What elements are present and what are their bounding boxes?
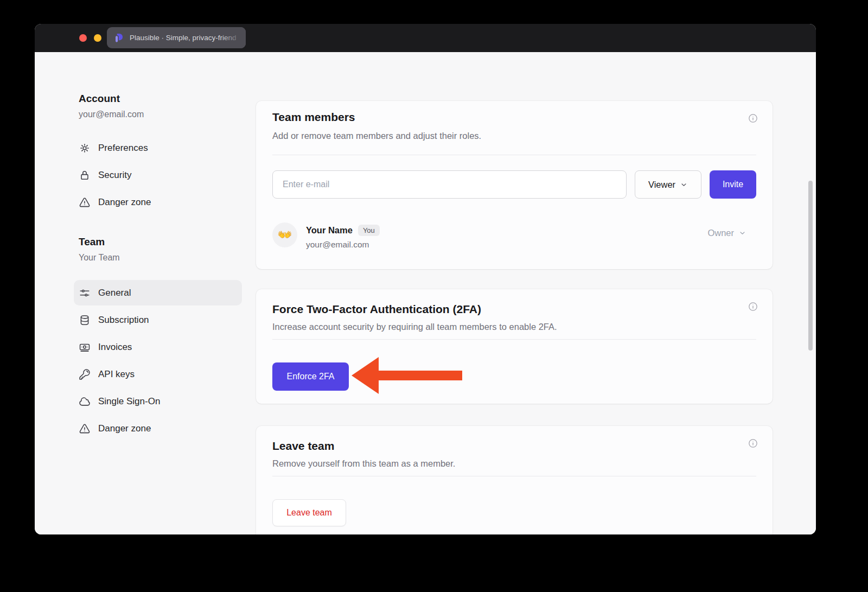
sidebar-item-api-keys[interactable]: API keys bbox=[79, 362, 135, 386]
card-title: Team members bbox=[272, 111, 355, 124]
sidebar-item-account-danger-zone[interactable]: Danger zone bbox=[79, 190, 151, 214]
sidebar-item-label: Danger zone bbox=[98, 423, 151, 434]
sidebar-item-label: Invoices bbox=[98, 342, 132, 353]
member-avatar: 👐 bbox=[272, 222, 297, 247]
sidebar-item-subscription[interactable]: Subscription bbox=[79, 308, 149, 332]
scrollbar-thumb[interactable] bbox=[808, 181, 813, 351]
sidebar-item-label: Preferences bbox=[98, 143, 148, 154]
tab-title-fade bbox=[221, 27, 246, 48]
chevron-down-icon bbox=[738, 229, 746, 237]
sidebar-item-label: Subscription bbox=[98, 315, 149, 326]
gear-icon bbox=[79, 142, 91, 154]
sliders-icon bbox=[79, 287, 91, 299]
account-section-heading: Account bbox=[79, 93, 120, 105]
invite-button[interactable]: Invite bbox=[710, 170, 756, 199]
browser-tab[interactable]: Plausible · Simple, privacy-friend bbox=[107, 27, 246, 48]
sidebar-item-invoices[interactable]: Invoices bbox=[79, 335, 132, 359]
member-role-value: Owner bbox=[707, 228, 734, 238]
team-section-heading: Team bbox=[79, 236, 105, 248]
divider bbox=[272, 476, 756, 476]
card-subtitle: Add or remove team members and adjust th… bbox=[272, 131, 481, 141]
browser-titlebar: Plausible · Simple, privacy-friend bbox=[35, 24, 816, 52]
plausible-favicon bbox=[113, 33, 124, 43]
card-subtitle: Increase account security by requiring a… bbox=[272, 322, 557, 332]
banknote-icon bbox=[79, 341, 91, 353]
info-icon[interactable] bbox=[748, 301, 758, 312]
sidebar-item-team-danger-zone[interactable]: Danger zone bbox=[79, 417, 151, 441]
warning-triangle-icon bbox=[79, 196, 91, 208]
sidebar-item-label: API keys bbox=[98, 369, 135, 380]
card-title: Force Two-Factor Authentication (2FA) bbox=[272, 303, 481, 316]
team-members-card: Team members Add or remove team members … bbox=[256, 101, 773, 269]
database-icon bbox=[79, 314, 91, 326]
sidebar-item-single-sign-on[interactable]: Single Sign-On bbox=[79, 390, 160, 413]
you-badge: You bbox=[358, 225, 380, 236]
settings-page: Account your@email.com Preferences Secur… bbox=[35, 52, 816, 534]
screenshot-stage: Plausible · Simple, privacy-friend Accou… bbox=[0, 0, 868, 592]
member-name-row: Your Name You bbox=[306, 225, 380, 236]
role-select-dropdown[interactable]: Viewer bbox=[635, 170, 701, 199]
enforce-2fa-button[interactable]: Enforce 2FA bbox=[272, 362, 349, 391]
browser-window: Plausible · Simple, privacy-friend Accou… bbox=[35, 24, 816, 534]
sidebar-item-label: General bbox=[98, 288, 131, 298]
red-annotation-arrow bbox=[349, 354, 464, 397]
cloud-icon bbox=[79, 396, 91, 408]
member-role-dropdown[interactable]: Owner bbox=[707, 228, 746, 238]
close-window-button[interactable] bbox=[79, 34, 87, 42]
key-icon bbox=[79, 368, 91, 380]
role-select-value: Viewer bbox=[648, 180, 675, 190]
divider bbox=[272, 155, 756, 155]
info-icon[interactable] bbox=[748, 113, 758, 124]
card-title: Leave team bbox=[272, 440, 334, 453]
force-2fa-card: Force Two-Factor Authentication (2FA) In… bbox=[256, 289, 773, 404]
leave-team-card: Leave team Remove yourself from this tea… bbox=[256, 426, 773, 534]
sidebar-item-security[interactable]: Security bbox=[79, 163, 131, 187]
warning-triangle-icon bbox=[79, 423, 91, 435]
lock-icon bbox=[79, 169, 91, 181]
member-name: Your Name bbox=[306, 225, 353, 235]
chevron-down-icon bbox=[680, 181, 688, 189]
team-name-text: Your Team bbox=[79, 253, 120, 263]
invite-email-input[interactable] bbox=[272, 170, 627, 199]
member-email: your@email.com bbox=[306, 240, 369, 250]
minimize-window-button[interactable] bbox=[94, 34, 101, 42]
sidebar-item-label: Security bbox=[98, 170, 131, 181]
leave-team-button[interactable]: Leave team bbox=[272, 499, 346, 526]
avatar-emoji: 👐 bbox=[277, 228, 292, 242]
sidebar-item-general[interactable]: General bbox=[79, 281, 131, 305]
card-subtitle: Remove yourself from this team as a memb… bbox=[272, 459, 455, 469]
sidebar-item-label: Danger zone bbox=[98, 197, 151, 208]
sidebar-item-preferences[interactable]: Preferences bbox=[79, 136, 148, 160]
divider bbox=[272, 339, 756, 340]
account-email-text: your@email.com bbox=[79, 110, 144, 119]
sidebar-item-label: Single Sign-On bbox=[98, 396, 160, 407]
info-icon[interactable] bbox=[748, 438, 758, 449]
